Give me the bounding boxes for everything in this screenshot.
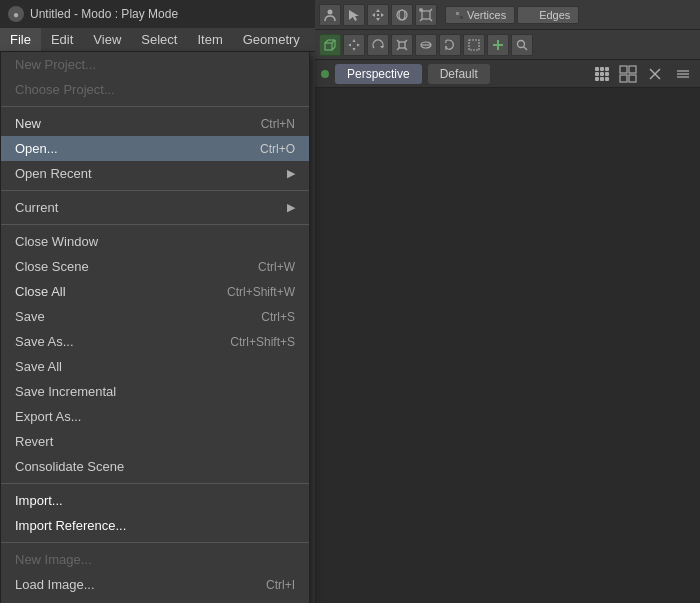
loop-icon[interactable]	[415, 34, 437, 56]
svg-marker-4	[372, 13, 375, 17]
options-icon[interactable]	[672, 63, 694, 85]
menu-save-incremental[interactable]: Save Incremental	[1, 379, 309, 404]
svg-rect-43	[620, 66, 627, 73]
vertices-button[interactable]: Vertices	[445, 6, 515, 24]
toolbar-row-2	[315, 30, 700, 60]
svg-marker-28	[357, 43, 360, 46]
zoom-icon[interactable]	[511, 34, 533, 56]
menu-import[interactable]: Import...	[1, 488, 309, 513]
svg-rect-18	[533, 16, 536, 19]
menu-open-recent[interactable]: Open Recent ▶	[1, 161, 309, 186]
svg-line-34	[405, 48, 407, 50]
menu-load-image-sequence[interactable]: Load Image Sequence...	[1, 597, 309, 603]
menu-new[interactable]: New Ctrl+N	[1, 111, 309, 136]
box-icon[interactable]	[415, 4, 437, 26]
svg-rect-9	[422, 11, 430, 19]
viewport-content	[315, 88, 700, 603]
menu-import-reference[interactable]: Import Reference...	[1, 513, 309, 538]
rotate-icon[interactable]	[367, 34, 389, 56]
menu-save-as[interactable]: Save As... Ctrl+Shift+S	[1, 329, 309, 354]
svg-line-13	[430, 19, 432, 21]
title-text: Untitled - Modo : Play Mode	[30, 7, 178, 21]
svg-rect-6	[377, 14, 379, 16]
separator-1	[1, 106, 309, 107]
svg-rect-44	[629, 66, 636, 73]
menu-revert[interactable]: Revert	[1, 429, 309, 454]
menu-edit[interactable]: Edit	[41, 28, 83, 51]
menu-export-as[interactable]: Export As...	[1, 404, 309, 429]
menu-save-all[interactable]: Save All	[1, 354, 309, 379]
svg-point-0	[328, 9, 333, 14]
svg-marker-27	[348, 43, 351, 46]
app-icon: ●	[8, 6, 24, 22]
file-dropdown-menu: New Project... Choose Project... New Ctr…	[0, 52, 310, 603]
add-icon[interactable]	[487, 34, 509, 56]
separator-3	[1, 224, 309, 225]
svg-marker-29	[380, 46, 384, 48]
menu-current[interactable]: Current ▶	[1, 195, 309, 220]
menu-choose-project[interactable]: Choose Project...	[1, 77, 309, 102]
separator-5	[1, 542, 309, 543]
svg-rect-40	[493, 44, 503, 46]
sphere-icon[interactable]	[391, 4, 413, 26]
cursor-icon[interactable]	[343, 4, 365, 26]
default-mode-tab[interactable]: Default	[428, 64, 490, 84]
menu-save[interactable]: Save Ctrl+S	[1, 304, 309, 329]
menu-close-window[interactable]: Close Window	[1, 229, 309, 254]
svg-rect-45	[620, 75, 627, 82]
close-viewport-icon[interactable]	[644, 63, 666, 85]
menu-load-image[interactable]: Load Image... Ctrl+I	[1, 572, 309, 597]
vertices-icon	[454, 10, 464, 20]
svg-rect-30	[399, 42, 405, 48]
svg-line-31	[397, 40, 399, 42]
menu-item[interactable]: Item	[187, 28, 232, 51]
svg-rect-46	[629, 75, 636, 82]
separator-4	[1, 483, 309, 484]
menu-file[interactable]: File	[0, 28, 41, 51]
viewport-status-dot	[321, 70, 329, 78]
svg-rect-19	[325, 43, 332, 50]
perspective-tab[interactable]: Perspective	[335, 64, 422, 84]
svg-marker-26	[353, 48, 356, 51]
person-icon[interactable]	[319, 4, 341, 26]
menu-select[interactable]: Select	[131, 28, 187, 51]
svg-marker-3	[376, 18, 380, 21]
svg-rect-15	[456, 12, 459, 15]
menu-close-all[interactable]: Close All Ctrl+Shift+W	[1, 279, 309, 304]
transform-icon[interactable]	[343, 34, 365, 56]
scale-icon[interactable]	[391, 34, 413, 56]
svg-line-12	[420, 19, 422, 21]
svg-rect-17	[527, 11, 530, 14]
quad-view-icon[interactable]	[618, 64, 638, 84]
menu-new-image[interactable]: New Image...	[1, 547, 309, 572]
svg-marker-25	[353, 39, 356, 42]
svg-line-32	[405, 40, 407, 42]
svg-rect-38	[469, 40, 479, 50]
svg-marker-1	[349, 10, 359, 21]
svg-line-33	[397, 48, 399, 50]
edge-button[interactable]: Edges	[517, 6, 579, 24]
edge-icon	[526, 10, 536, 20]
lasso-icon[interactable]	[439, 34, 461, 56]
menu-consolidate[interactable]: Consolidate Scene	[1, 454, 309, 479]
menu-geometry[interactable]: Geometry	[233, 28, 310, 51]
grid-icon-inner	[593, 65, 611, 83]
grid-view-icon[interactable]	[592, 64, 612, 84]
rect-select-icon[interactable]	[463, 34, 485, 56]
viewport-row: Perspective Default	[315, 60, 700, 88]
svg-marker-5	[381, 13, 384, 17]
svg-rect-16	[460, 16, 463, 19]
svg-point-41	[518, 40, 525, 47]
svg-point-8	[399, 10, 405, 20]
svg-line-42	[524, 46, 528, 50]
cube-add-icon[interactable]	[319, 34, 341, 56]
menu-open[interactable]: Open... Ctrl+O	[1, 136, 309, 161]
svg-line-11	[430, 9, 432, 11]
menu-new-project[interactable]: New Project...	[1, 52, 309, 77]
move-icon[interactable]	[367, 4, 389, 26]
svg-marker-2	[376, 9, 380, 12]
toolbar-row-1: Vertices Edges	[315, 0, 700, 30]
separator-2	[1, 190, 309, 191]
menu-view[interactable]: View	[83, 28, 131, 51]
menu-close-scene[interactable]: Close Scene Ctrl+W	[1, 254, 309, 279]
